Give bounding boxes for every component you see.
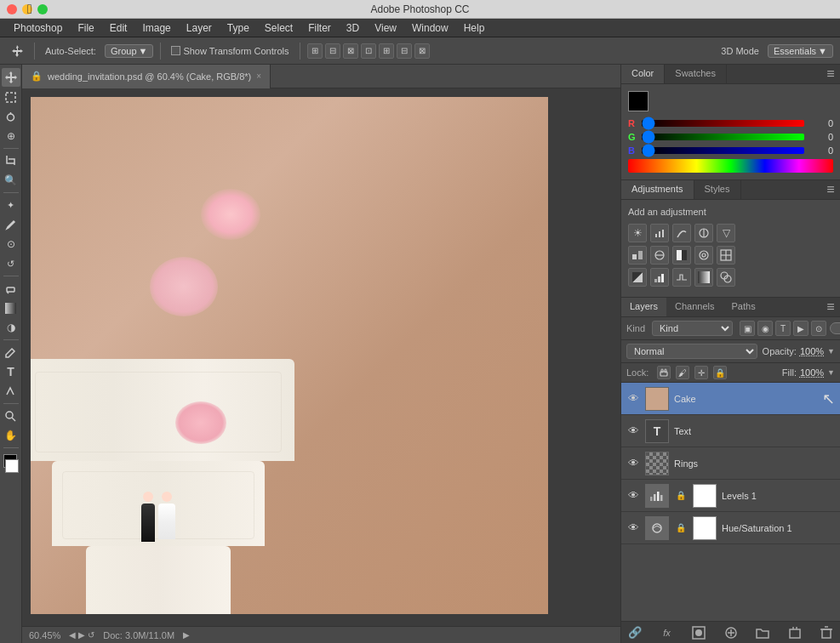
menu-edit[interactable]: Edit [103, 20, 134, 36]
adj-curves[interactable] [672, 224, 691, 242]
foreground-color-swatch[interactable] [628, 91, 649, 111]
kind-select[interactable]: Kind Name Effect Mode Attribute Color Sm… [652, 321, 733, 336]
filter-toggle[interactable] [830, 322, 840, 334]
filter-adjustment[interactable]: ◉ [757, 321, 773, 336]
lock-image-pixels[interactable]: 🖌 [676, 366, 689, 379]
fill-value[interactable]: 100% [800, 367, 824, 378]
filter-type[interactable]: T [775, 321, 791, 336]
maximize-button[interactable] [37, 4, 48, 14]
layer-row-levels[interactable]: 👁 🔒 Levels 1 [621, 480, 840, 512]
menu-photoshop[interactable]: Photoshop [7, 20, 69, 36]
layer-row-rings[interactable]: 👁 Rings [621, 447, 840, 480]
filter-shape[interactable]: ▶ [793, 321, 809, 336]
tool-stamp[interactable]: ⊙ [2, 235, 20, 253]
close-button[interactable] [7, 4, 17, 14]
filter-switch[interactable] [830, 322, 840, 334]
red-slider[interactable] [642, 120, 804, 127]
adj-brightness[interactable]: ☀ [628, 224, 647, 242]
adj-hue-sat[interactable] [628, 246, 647, 265]
color-spectrum[interactable] [628, 159, 833, 173]
tool-crop[interactable] [2, 151, 20, 170]
adj-selective-color[interactable] [717, 268, 735, 287]
status-arrow[interactable]: ▶ [183, 630, 190, 640]
tool-eyedropper[interactable]: 🔍 [2, 171, 20, 190]
layer-visibility-levels[interactable]: 👁 [626, 489, 640, 503]
layers-mask-btn[interactable] [690, 625, 707, 640]
adj-gradient-map[interactable] [694, 268, 713, 287]
auto-select-group-dropdown[interactable]: Group ▼ [105, 44, 153, 58]
tab-adjustments[interactable]: Adjustments [621, 180, 694, 199]
tool-brush[interactable] [2, 215, 20, 234]
tool-hand[interactable]: ✋ [2, 426, 20, 445]
adj-photo-filter[interactable] [694, 246, 713, 265]
tool-gradient[interactable] [2, 299, 20, 317]
tab-styles[interactable]: Styles [694, 180, 741, 199]
tool-dodge[interactable]: ◑ [2, 318, 20, 337]
canvas-container[interactable] [22, 88, 620, 626]
layer-row-text[interactable]: 👁 T Text [621, 415, 840, 447]
layer-visibility-cake[interactable]: 👁 [626, 392, 640, 406]
adj-posterize[interactable] [650, 268, 669, 287]
menu-help[interactable]: Help [457, 20, 492, 36]
menu-select[interactable]: Select [258, 20, 300, 36]
menu-type[interactable]: Type [220, 20, 256, 36]
adj-color-balance[interactable] [650, 246, 669, 265]
lock-transparent[interactable] [657, 366, 671, 379]
opacity-dropdown[interactable]: ▼ [827, 347, 835, 356]
align-icon-2[interactable]: ⊟ [325, 43, 340, 59]
tool-zoom[interactable] [2, 407, 20, 425]
tool-spot-heal[interactable]: ✦ [2, 196, 20, 214]
color-swatch-area[interactable] [2, 454, 20, 473]
layer-row-cake[interactable]: 👁 Cake ↖ [621, 383, 840, 415]
show-transform-checkbox[interactable]: Show Transform Controls [168, 44, 292, 58]
adj-invert[interactable] [628, 268, 647, 287]
doc-tab-close[interactable]: × [256, 71, 261, 81]
transform-checkbox-box[interactable] [171, 46, 180, 55]
essentials-dropdown[interactable]: Essentials ▼ [768, 44, 833, 58]
layers-new-btn[interactable] [786, 625, 803, 640]
adj-panel-menu[interactable]: ≡ [821, 180, 840, 199]
adj-threshold[interactable] [672, 268, 691, 287]
adj-levels[interactable] [650, 224, 669, 242]
menu-layer[interactable]: Layer [180, 20, 219, 36]
adj-exposure[interactable] [694, 224, 713, 242]
apple-logo[interactable]:  [27, 2, 32, 17]
tab-color[interactable]: Color [621, 65, 665, 83]
blue-slider[interactable] [642, 147, 804, 154]
opacity-value[interactable]: 100% [800, 346, 824, 356]
tool-pen[interactable] [2, 343, 20, 361]
filter-pixel[interactable]: ▣ [740, 321, 755, 336]
align-icon-6[interactable]: ⊟ [397, 43, 412, 59]
tool-quick-select[interactable]: ⊕ [2, 127, 20, 145]
layers-fx-btn[interactable]: fx [659, 625, 676, 640]
menu-file[interactable]: File [71, 20, 100, 36]
tab-paths[interactable]: Paths [723, 298, 764, 316]
layers-panel-menu[interactable]: ≡ [821, 298, 840, 316]
move-tool[interactable] [7, 43, 27, 60]
align-icon-3[interactable]: ⊠ [343, 43, 358, 59]
canvas[interactable] [31, 97, 548, 614]
status-controls[interactable]: ◀ ▶ ↺ [69, 630, 94, 640]
tab-layers[interactable]: Layers [621, 298, 666, 316]
panel-menu-icon[interactable]: ≡ [821, 65, 840, 83]
align-icon-4[interactable]: ⊡ [361, 43, 376, 59]
tool-move[interactable] [2, 68, 20, 87]
tab-channels[interactable]: Channels [666, 298, 723, 316]
layer-visibility-huesat[interactable]: 👁 [626, 521, 640, 535]
tool-selection[interactable] [2, 88, 20, 106]
align-icon-5[interactable]: ⊞ [379, 43, 394, 59]
tool-eraser[interactable] [2, 279, 20, 298]
menu-window[interactable]: Window [405, 20, 455, 36]
layer-visibility-text[interactable]: 👁 [626, 424, 640, 438]
menu-filter[interactable]: Filter [301, 20, 338, 36]
adj-bw[interactable] [672, 246, 691, 265]
tab-swatches[interactable]: Swatches [665, 65, 727, 83]
align-icon-7[interactable]: ⊠ [414, 43, 430, 59]
layer-visibility-rings[interactable]: 👁 [626, 457, 640, 470]
background-color[interactable] [5, 459, 19, 473]
fill-dropdown[interactable]: ▼ [827, 368, 835, 377]
layer-row-huesat[interactable]: 👁 🔒 Hue/Saturation 1 [621, 512, 840, 544]
layers-link-btn[interactable]: 🔗 [626, 625, 643, 640]
lock-all[interactable]: 🔒 [713, 366, 727, 379]
layers-delete-btn[interactable] [818, 625, 835, 640]
